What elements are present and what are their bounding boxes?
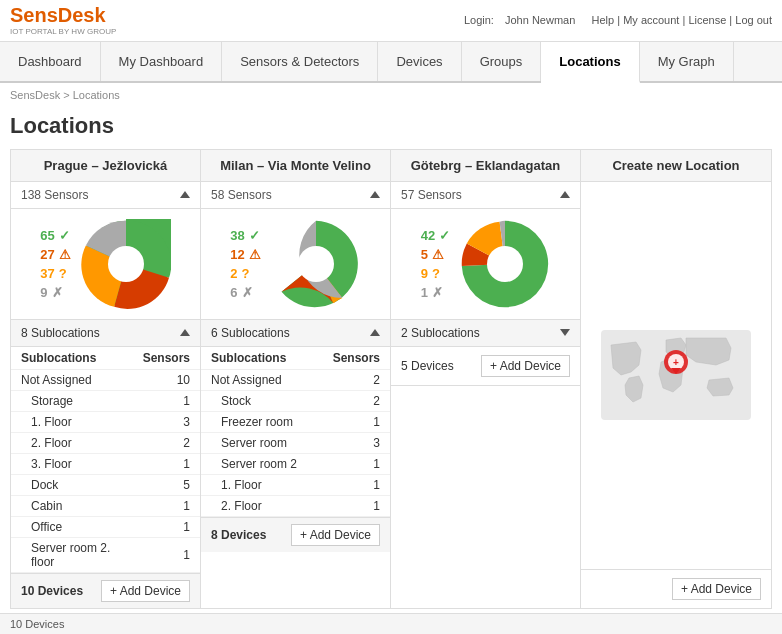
location-card-goteborg: Götebrg – Eklandagatan 57 Sensors 42 ✓ 5… <box>391 150 581 609</box>
location-cards-container: Prague – Ježlovická 138 Sensors 65 ✓ 27 … <box>10 149 772 609</box>
pie-chart-goteborg <box>460 219 550 309</box>
subloc-arrow-goteborg[interactable] <box>560 329 570 336</box>
list-item: 2. Floor2 <box>11 432 200 453</box>
legend-warn-milan: 12 ⚠ <box>230 247 260 262</box>
empty-space-goteborg <box>391 386 580 566</box>
list-item: Freezer room1 <box>201 411 390 432</box>
col-sublocations-milan: Sublocations <box>201 347 317 370</box>
arrow-up-prague[interactable] <box>180 191 190 198</box>
unknown-icon-milan: ? <box>242 266 250 281</box>
unknown-icon-goteborg: ? <box>432 266 440 281</box>
nav-sensors-detectors[interactable]: Sensors & Detectors <box>222 42 378 81</box>
top-right-bar: Login: John Newman Help | My account | L… <box>460 14 772 26</box>
warn-icon-prague: ⚠ <box>59 247 71 262</box>
col-sublocations: Sublocations <box>11 347 133 370</box>
legend-alarm-prague: 9 ✗ <box>40 285 70 300</box>
arrow-up-milan[interactable] <box>370 191 380 198</box>
pie-chart-milan <box>271 219 361 309</box>
location-card-prague: Prague – Ježlovická 138 Sensors 65 ✓ 27 … <box>11 150 201 609</box>
devices-count-prague: 10 Devices <box>21 584 83 598</box>
legend-alarm-goteborg: 1 ✗ <box>421 285 450 300</box>
subloc-arrow-prague[interactable] <box>180 329 190 336</box>
legend-alarm-milan: 6 ✗ <box>230 285 260 300</box>
add-device-button-prague[interactable]: + Add Device <box>101 580 190 602</box>
legend-ok-prague: 65 ✓ <box>40 228 70 243</box>
warn-count-prague: 27 <box>40 247 54 262</box>
breadcrumb-root[interactable]: SensDesk <box>10 89 60 101</box>
pie-area-prague: 65 ✓ 27 ⚠ 37 ? 9 ✗ <box>11 209 200 319</box>
devices-count-milan: 8 Devices <box>211 528 266 542</box>
svg-point-3 <box>487 246 523 282</box>
add-device-button-goteborg[interactable]: + Add Device <box>481 355 570 377</box>
warn-count-goteborg: 5 <box>421 247 428 262</box>
create-location-footer: + Add Device <box>581 569 771 608</box>
nav-locations[interactable]: Locations <box>541 42 639 83</box>
alarm-count-goteborg: 1 <box>421 285 428 300</box>
nav-groups[interactable]: Groups <box>462 42 542 81</box>
top-bar: SensDesk IOT PORTAL BY HW GROUP Login: J… <box>0 0 782 42</box>
account-link[interactable]: My account <box>623 14 679 26</box>
unknown-count-prague: 37 <box>40 266 54 281</box>
ok-count-prague: 65 <box>40 228 54 243</box>
add-device-button-create[interactable]: + Add Device <box>672 578 761 600</box>
nav-my-graph[interactable]: My Graph <box>640 42 734 81</box>
logo: SensDesk IOT PORTAL BY HW GROUP <box>10 4 116 37</box>
alarm-icon-goteborg: ✗ <box>432 285 443 300</box>
license-link[interactable]: License <box>688 14 726 26</box>
list-item: Not Assigned10 <box>11 369 200 390</box>
pie-area-milan: 38 ✓ 12 ⚠ 2 ? 6 ✗ <box>201 209 390 319</box>
list-item: Server room3 <box>201 432 390 453</box>
breadcrumb-separator: > <box>63 89 72 101</box>
main-nav: Dashboard My Dashboard Sensors & Detecto… <box>0 42 782 83</box>
devices-label-goteborg: 5 Devices <box>401 359 454 373</box>
nav-my-dashboard[interactable]: My Dashboard <box>101 42 223 81</box>
svg-point-2 <box>298 246 334 282</box>
logo-text: SensDesk <box>10 4 116 27</box>
legend-warn-goteborg: 5 ⚠ <box>421 247 450 262</box>
legend-unknown-milan: 2 ? <box>230 266 260 281</box>
breadcrumb-current: Locations <box>73 89 120 101</box>
ok-icon-goteborg: ✓ <box>439 228 450 243</box>
legend-ok-milan: 38 ✓ <box>230 228 260 243</box>
subloc-arrow-milan[interactable] <box>370 329 380 336</box>
nav-devices[interactable]: Devices <box>378 42 461 81</box>
subloc-header-prague: Sublocations Sensors <box>11 347 200 370</box>
help-link[interactable]: Help <box>592 14 615 26</box>
card-footer-milan: 8 Devices + Add Device <box>201 517 390 552</box>
warn-count-milan: 12 <box>230 247 244 262</box>
list-item: Server room 2. floor1 <box>11 537 200 572</box>
list-item: Not Assigned2 <box>201 369 390 390</box>
add-device-button-milan[interactable]: + Add Device <box>291 524 380 546</box>
location-name-prague: Prague – Ježlovická <box>11 150 200 182</box>
alarm-icon-milan: ✗ <box>242 285 253 300</box>
list-item: Server room 21 <box>201 453 390 474</box>
subloc-table-prague: Sublocations Sensors Not Assigned10 Stor… <box>11 347 200 573</box>
sensors-count-milan: 58 Sensors <box>211 188 272 202</box>
list-item: 1. Floor3 <box>11 411 200 432</box>
legend-ok-goteborg: 42 ✓ <box>421 228 450 243</box>
pie-legend-goteborg: 42 ✓ 5 ⚠ 9 ? 1 ✗ <box>421 228 450 300</box>
user-name: John Newman <box>505 14 575 26</box>
arrow-up-goteborg[interactable] <box>560 191 570 198</box>
alarm-count-milan: 6 <box>230 285 237 300</box>
list-item: Storage1 <box>11 390 200 411</box>
list-item: 3. Floor1 <box>11 453 200 474</box>
warn-icon-milan: ⚠ <box>249 247 261 262</box>
sublocations-row-milan: 6 Sublocations <box>201 319 390 347</box>
svg-text:+: + <box>673 357 679 368</box>
legend-warn-prague: 27 ⚠ <box>40 247 70 262</box>
logout-link[interactable]: Log out <box>735 14 772 26</box>
page-title: Locations <box>0 107 782 149</box>
legend-unknown-goteborg: 9 ? <box>421 266 450 281</box>
pie-legend-prague: 65 ✓ 27 ⚠ 37 ? 9 ✗ <box>40 228 70 300</box>
sensors-row-goteborg: 57 Sensors <box>391 182 580 209</box>
logo-tagline: IOT PORTAL BY HW GROUP <box>10 27 116 37</box>
unknown-count-goteborg: 9 <box>421 266 428 281</box>
list-item: 2. Floor1 <box>201 495 390 516</box>
unknown-icon-prague: ? <box>59 266 67 281</box>
sensors-count-goteborg: 57 Sensors <box>401 188 462 202</box>
status-bar: 10 Devices <box>0 613 782 634</box>
pie-legend-milan: 38 ✓ 12 ⚠ 2 ? 6 ✗ <box>230 228 260 300</box>
pie-area-goteborg: 42 ✓ 5 ⚠ 9 ? 1 ✗ <box>391 209 580 319</box>
nav-dashboard[interactable]: Dashboard <box>0 42 101 81</box>
